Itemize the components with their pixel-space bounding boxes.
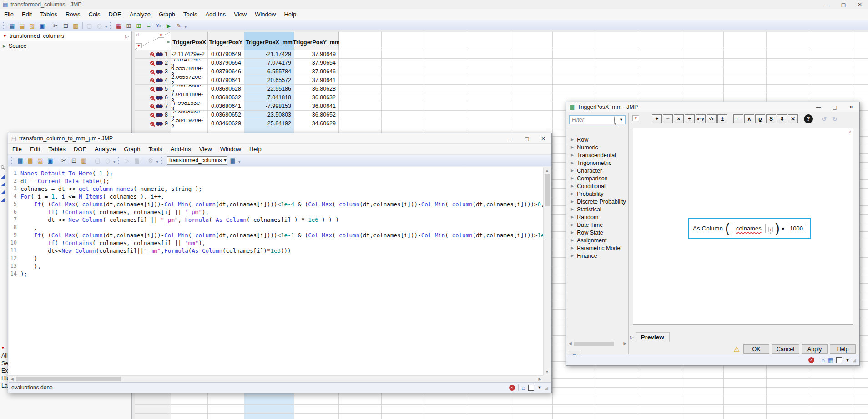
run-script-icon[interactable]: ▷ bbox=[122, 156, 132, 165]
boxing-button[interactable]: ⇕ bbox=[777, 114, 787, 123]
formula-subscript[interactable]: i bbox=[768, 227, 773, 232]
table-cell[interactable] bbox=[724, 370, 767, 379]
local-variable-button[interactable]: t= bbox=[733, 114, 743, 123]
scroll-left-icon[interactable]: ◀ bbox=[9, 376, 15, 383]
lock-icon[interactable]: ◍ bbox=[95, 21, 104, 30]
table-cell[interactable] bbox=[339, 119, 382, 128]
rows-panel-menu-icon[interactable]: ▼ bbox=[1, 346, 5, 350]
close-button[interactable]: ✕ bbox=[852, 0, 868, 9]
table-cell[interactable] bbox=[595, 396, 638, 405]
formula-operand[interactable]: 1000 bbox=[787, 224, 806, 233]
table-cell[interactable] bbox=[208, 396, 244, 405]
divide-button[interactable]: ÷ bbox=[685, 114, 695, 123]
table-cell[interactable] bbox=[510, 93, 553, 102]
table-cell[interactable] bbox=[681, 370, 724, 379]
table-cell[interactable] bbox=[382, 67, 424, 76]
formula-canvas[interactable]: ∧ As Column ( colnames i ∧ ) • 1000 bbox=[633, 128, 853, 325]
table-cell[interactable] bbox=[467, 405, 510, 414]
filter-dropdown-icon[interactable]: ▼ bbox=[617, 118, 625, 122]
script-menu-file[interactable]: File bbox=[8, 144, 26, 154]
table-cell[interactable] bbox=[852, 414, 868, 419]
red-triangle-menu-icon[interactable]: ▼ bbox=[3, 34, 7, 38]
script-code-editor[interactable]: 1Names Default To Here( 1 );2dt = Curren… bbox=[9, 167, 543, 375]
disclosure-icon[interactable]: ▶ bbox=[571, 192, 574, 196]
new-data-table-icon[interactable]: ▦ bbox=[15, 156, 25, 165]
disclosure-icon[interactable]: ▶ bbox=[571, 246, 574, 250]
table-cell[interactable] bbox=[724, 414, 767, 419]
table-cell[interactable] bbox=[510, 405, 553, 414]
table-cell[interactable] bbox=[339, 59, 382, 67]
table-cell[interactable] bbox=[638, 379, 681, 388]
table-cell[interactable] bbox=[553, 388, 595, 396]
function-category-probability[interactable]: ▶Probability bbox=[567, 190, 629, 198]
table-cell[interactable] bbox=[510, 59, 553, 67]
multiply-operator[interactable]: • bbox=[782, 225, 784, 232]
table-cell[interactable] bbox=[339, 102, 382, 111]
code-line[interactable]: 11 dt<<New Column(colnames[i]||"_mm",For… bbox=[9, 247, 543, 255]
table-cell[interactable]: 37.90646 bbox=[294, 67, 339, 76]
root-button[interactable]: √x bbox=[707, 114, 717, 123]
scroll-right-icon[interactable]: ▶ bbox=[536, 376, 543, 383]
empty-column-header[interactable] bbox=[724, 32, 767, 50]
table-cell[interactable] bbox=[382, 396, 424, 405]
main-menu-edit[interactable]: Edit bbox=[18, 10, 36, 19]
code-line[interactable]: 8 , bbox=[9, 224, 543, 231]
formula-argument[interactable]: colnames bbox=[732, 224, 766, 233]
row-header[interactable]: 4 bbox=[135, 76, 171, 85]
table-cell[interactable] bbox=[724, 388, 767, 396]
error-badge-icon[interactable]: ✕ bbox=[509, 385, 515, 391]
table-cell[interactable] bbox=[424, 396, 467, 405]
table-cell[interactable]: 36.80632 bbox=[294, 93, 339, 102]
table-cell[interactable]: 25.84192 bbox=[244, 119, 294, 128]
table-cell[interactable] bbox=[467, 414, 510, 419]
table-cell[interactable]: 0.03790654 bbox=[208, 59, 244, 67]
current-table-dropdown[interactable]: transformed_columns▼ bbox=[167, 156, 227, 165]
columns-panel-search-icon[interactable] bbox=[1, 165, 4, 169]
table-cell[interactable] bbox=[382, 405, 424, 414]
table-cell[interactable] bbox=[852, 59, 868, 67]
table-cell[interactable] bbox=[553, 370, 595, 379]
table-cell[interactable] bbox=[767, 50, 809, 59]
table-cell[interactable] bbox=[852, 396, 868, 405]
vertical-scrollbar[interactable] bbox=[853, 128, 858, 325]
table-cell[interactable] bbox=[382, 102, 424, 111]
dropdown-arrow-icon[interactable]: ▼ bbox=[845, 358, 849, 363]
main-menu-tools[interactable]: Tools bbox=[179, 10, 201, 19]
table-cell[interactable] bbox=[681, 50, 724, 59]
rows-menu-icon[interactable]: ▼ bbox=[136, 43, 142, 48]
table-cell[interactable] bbox=[510, 414, 553, 419]
table-cell[interactable] bbox=[767, 396, 809, 405]
empty-column-header[interactable] bbox=[681, 32, 724, 50]
table-cell[interactable]: 0.03680632 bbox=[208, 93, 244, 102]
selection-icon[interactable]: ▢ bbox=[85, 21, 94, 30]
table-cell[interactable]: 0.03790641 bbox=[208, 76, 244, 85]
sort-bars-icon[interactable]: ≡ bbox=[144, 21, 154, 30]
table-cell[interactable] bbox=[294, 396, 339, 405]
table-cell[interactable] bbox=[510, 396, 553, 405]
table-cell[interactable] bbox=[339, 93, 382, 102]
row-header[interactable]: 9 bbox=[135, 119, 171, 128]
table-cell[interactable] bbox=[171, 396, 208, 405]
empty-column-header[interactable] bbox=[424, 32, 467, 50]
table-cell[interactable]: -7.998153e-3 bbox=[171, 102, 208, 111]
formula-window-titlebar[interactable]: ▤ TriggerPosX_mm - JMP — ▢ ✕ bbox=[566, 102, 859, 112]
table-cell[interactable] bbox=[595, 388, 638, 396]
help-button[interactable]: Help bbox=[830, 344, 856, 354]
script-menu-window[interactable]: Window bbox=[216, 144, 245, 154]
main-menu-view[interactable]: View bbox=[230, 10, 251, 19]
toolbar-overflow-icon[interactable]: ▾ bbox=[105, 25, 107, 29]
table-cell[interactable] bbox=[339, 414, 382, 419]
horizontal-scrollbar[interactable]: ◀ ▶ bbox=[9, 375, 543, 382]
main-menu-file[interactable]: File bbox=[0, 10, 18, 19]
column-header-triggerposy[interactable]: TriggerPosY bbox=[208, 32, 244, 50]
disclosure-icon[interactable]: ▶ bbox=[571, 169, 574, 173]
row-header[interactable]: 2 bbox=[135, 59, 171, 67]
table-cell[interactable] bbox=[724, 59, 767, 67]
save-icon[interactable]: ▣ bbox=[37, 21, 47, 30]
row-header[interactable]: 8 bbox=[135, 111, 171, 119]
empty-column-header[interactable] bbox=[809, 32, 852, 50]
multiply-button[interactable]: × bbox=[674, 114, 684, 123]
table-cell[interactable] bbox=[767, 370, 809, 379]
table-cell[interactable] bbox=[339, 396, 382, 405]
disclosure-icon[interactable]: ▶ bbox=[571, 153, 574, 157]
